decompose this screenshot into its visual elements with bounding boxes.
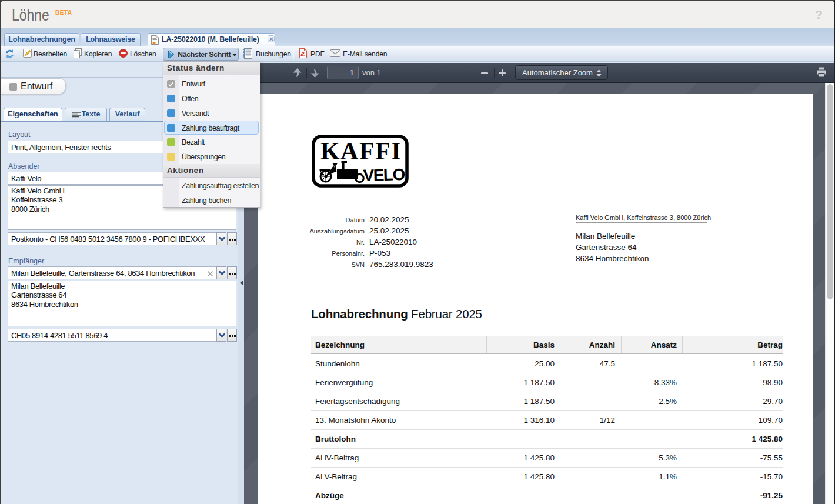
svg-text:VELO: VELO (363, 165, 405, 185)
svg-text:KAFFI: KAFFI (320, 138, 402, 165)
